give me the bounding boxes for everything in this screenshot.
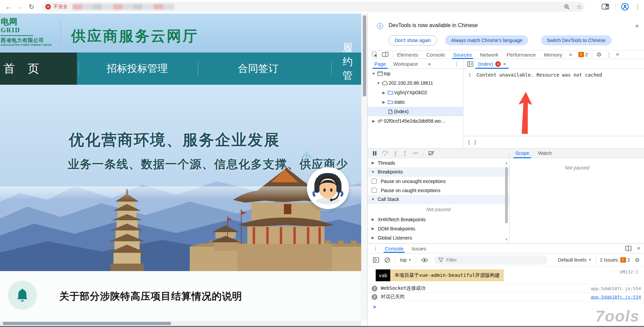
console-sidebar-icon[interactable] [373,257,379,263]
expander-closed-icon[interactable]: ▶ [371,119,376,123]
tree-item-index[interactable]: (index) [368,107,463,116]
tab-network[interactable]: Network [480,50,499,59]
message-source-link[interactable]: app.5dab18fc.js:534 [590,286,641,291]
debugger-scrollbar[interactable]: ▲ ▼ [504,160,508,242]
tree-item-folder-vg[interactable]: ▶ Vg5njYXpOkD2 [368,88,463,97]
nav-item-contract[interactable]: 合同签订 [238,53,278,85]
expander-open-icon[interactable]: ▼ [371,71,376,76]
tab-close-icon[interactable]: × [503,61,506,67]
navigator-menu-icon[interactable]: ⋮ [454,59,459,69]
reload-icon[interactable]: ↻ [26,1,37,13]
editor-tab-index[interactable]: (index) ✕ × [475,59,509,69]
dont-show-again-button[interactable]: Don't show again [389,35,437,45]
horizontal-scrollbar-thumb[interactable] [3,322,171,325]
bookmark-star-icon[interactable]: ☆ [576,3,582,11]
clear-console-icon[interactable] [385,257,390,263]
pause-caught-row[interactable]: Pause on caught exceptions [368,186,509,195]
source-editor[interactable]: 1 Content unavailable. Resource was not … [463,69,644,136]
section-threads[interactable]: ▶Threads [368,158,509,167]
debugger-scrollbar-thumb[interactable] [505,167,508,223]
message-source-link[interactable]: VM132:1 [620,269,638,274]
expander-closed-icon[interactable]: ▶ [381,100,387,104]
tab-watch[interactable]: Watch [538,148,552,158]
zoom-icon[interactable] [564,4,570,10]
tree-item-top[interactable]: ▼ top [368,69,463,78]
expander-closed-icon[interactable]: ▶ [370,217,376,222]
expander-closed-icon[interactable]: ▶ [370,161,376,165]
section-breakpoints[interactable]: ▼Breakpoints [368,167,509,177]
message-source-link[interactable]: app.5dab18fc.js:534 [590,294,641,300]
default-levels-selector[interactable]: Default levels ▼ [558,257,591,263]
nav-item-bidding[interactable]: 招标投标管理 [107,53,168,85]
notice-title[interactable]: 关于部分涉陕特高压项目结算情况的说明 [59,290,242,303]
scroll-up-icon[interactable]: ▲ [504,161,508,165]
horizontal-scrollbar[interactable] [0,321,361,326]
console-message-dialog-closed[interactable]: 2 对话已关闭 app.5dab18fc.js:534 [368,293,644,301]
switch-to-chinese-button[interactable]: Switch DevTools to Chinese [541,35,611,45]
tab-search-icon[interactable] [602,3,610,10]
navigator-more-tabs-icon[interactable]: » [428,59,431,69]
console-message-vab[interactable]: vab 本项目基于vue-admin-beautiful开源版构建 VM132:… [368,267,644,284]
tree-item-folder-static[interactable]: ▶ static [368,97,463,107]
step-icon[interactable] [412,151,418,156]
inspect-element-icon[interactable] [372,52,378,58]
nav-item-home[interactable]: 首 页 [0,53,77,85]
tab-drawer-issues[interactable]: Issues [412,244,426,253]
issues-counter[interactable]: ! 2 [578,52,588,57]
profile-icon[interactable] [621,3,629,11]
console-settings-gear-icon[interactable]: ⚙ [635,257,640,263]
vertical-scrollbar[interactable] [361,14,367,321]
scroll-down-icon[interactable]: ▼ [504,238,508,241]
tab-elements[interactable]: Elements [397,50,418,59]
match-chrome-language-button[interactable]: Always match Chrome's language [445,35,528,45]
nav-item-performance[interactable]: 履约管理 [342,53,361,85]
more-tabs-icon[interactable]: » [569,52,572,58]
tab-page[interactable]: Page [374,59,386,69]
tab-memory[interactable]: Memory [544,50,562,59]
expander-open-icon[interactable]: ▼ [370,197,376,201]
forward-icon[interactable]: → [14,1,26,13]
pause-uncaught-checkbox[interactable] [372,179,377,184]
back-icon[interactable]: ← [3,1,14,13]
pause-uncaught-row[interactable]: Pause on uncaught exceptions [368,177,509,186]
toggle-drawer-layout-icon[interactable] [625,246,631,251]
notification-close-icon[interactable]: × [633,22,641,30]
devtools-close-icon[interactable]: × [616,51,619,58]
drawer-menu-icon[interactable]: ⋮ [373,245,378,251]
expander-closed-icon[interactable]: ▶ [370,226,376,231]
format-code-icon[interactable]: { } [468,139,477,145]
tab-console[interactable]: Console [427,50,445,59]
pause-icon[interactable] [372,151,377,156]
browser-menu-icon[interactable]: ⋮ [635,3,641,11]
section-global-listeners[interactable]: ▶Global Listeners [368,233,509,242]
tab-drawer-console[interactable]: Console [385,244,403,253]
hide-navigator-icon[interactable] [467,59,473,69]
vertical-scrollbar-thumb[interactable] [363,15,366,97]
expander-open-icon[interactable]: ▼ [370,170,376,174]
tab-sources[interactable]: Sources [453,50,472,59]
customer-service-avatar[interactable] [307,167,349,209]
section-xhr-breakpoints[interactable]: ▶XHR/fetch Breakpoints [368,215,509,224]
section-dom-breakpoints[interactable]: ▶DOM Breakpoints [368,224,509,233]
tree-item-domain[interactable]: ▼ 202.100.20.86:18611 [368,78,463,88]
drawer-close-icon[interactable]: × [637,245,640,252]
console-filter-input[interactable]: Filter [434,256,547,265]
expander-closed-icon[interactable]: ▶ [381,90,387,95]
devtools-menu-icon[interactable]: ⋮ [606,52,612,58]
tab-performance[interactable]: Performance [507,50,536,59]
live-expression-eye-icon[interactable] [421,258,428,263]
console-issues-counter[interactable]: 2 Issues: ! 2 [600,257,630,263]
not-secure-label[interactable]: 不安全 [54,4,68,10]
tree-item-worker[interactable]: ▶ ⚙⚙ 02f0ccf145e2da1bb858.wo… [368,116,463,126]
pause-caught-checkbox[interactable] [372,188,377,193]
tab-workspace[interactable]: Workspace [393,59,418,69]
section-call-stack[interactable]: ▼Call Stack [368,195,509,204]
console-message-websocket[interactable]: 2 WebSocket连接成功 app.5dab18fc.js:534 [368,284,644,292]
device-toolbar-icon[interactable] [382,52,389,58]
step-into-icon[interactable] [393,150,398,156]
step-over-icon[interactable] [382,150,388,156]
address-bar[interactable]: ✕ 不安全 ☆ [42,2,585,12]
expander-open-icon[interactable]: ▼ [376,81,381,85]
step-out-icon[interactable] [402,150,407,156]
expander-closed-icon[interactable]: ▶ [370,236,376,240]
